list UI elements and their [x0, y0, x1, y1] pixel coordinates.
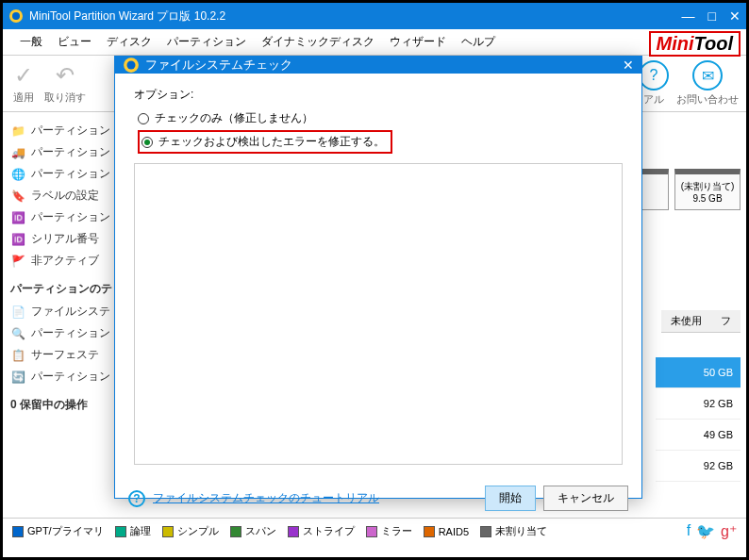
- dialog-title: ファイルシステムチェック: [145, 57, 623, 74]
- radio-icon: [138, 113, 149, 124]
- table-row[interactable]: 49 GB: [656, 420, 741, 451]
- menubar: 一般 ビュー ディスク パーティション ダイナミックディスク ウィザード ヘルプ…: [3, 29, 746, 56]
- legend-stripe: ストライプ: [288, 524, 355, 538]
- menu-wizard[interactable]: ウィザード: [382, 34, 454, 50]
- swatch-icon: [480, 526, 491, 537]
- reload-icon: 🔄: [10, 370, 25, 385]
- menu-help[interactable]: ヘルプ: [454, 34, 503, 50]
- social-icons: f 🐦 g⁺: [687, 522, 737, 540]
- manual-label: アル: [643, 92, 664, 107]
- legend-simple: シンプル: [162, 524, 219, 538]
- swatch-icon: [288, 526, 299, 537]
- legend-mirror: ミラー: [366, 524, 412, 538]
- swatch-icon: [115, 526, 126, 537]
- legend-unalloc: 未割り当て: [480, 524, 547, 538]
- menu-partition[interactable]: パーティション: [159, 34, 254, 50]
- menu-disk[interactable]: ディスク: [99, 34, 159, 50]
- dialog-icon: [123, 57, 140, 74]
- flag-icon: 🚩: [10, 254, 25, 269]
- filesystem-check-dialog: ファイルシステムチェック ✕ オプション: チェックのみ（修正しません） チェッ…: [114, 56, 642, 499]
- col-unused: 未使用: [661, 310, 711, 332]
- option-check-only[interactable]: チェックのみ（修正しません）: [138, 110, 623, 126]
- log-output: [134, 163, 623, 465]
- table-row[interactable]: 50 GB: [656, 357, 741, 388]
- menu-view[interactable]: ビュー: [50, 34, 99, 50]
- table-rows: 50 GB 92 GB 49 GB 92 GB: [656, 357, 741, 482]
- globe-icon: 🌐: [10, 167, 25, 182]
- app-icon: [8, 8, 24, 24]
- close-button[interactable]: ✕: [729, 8, 741, 24]
- dialog-footer: ? ファイルシステムチェックのチュートリアル 開始 キャンセル: [115, 478, 641, 522]
- manual-button[interactable]: ? アル: [639, 60, 669, 107]
- table-header: 未使用 フ: [661, 310, 741, 333]
- window-controls: — □ ✕: [682, 8, 741, 24]
- check-icon: ✓: [10, 62, 37, 89]
- folder-icon: 📁: [10, 124, 25, 139]
- minimize-button[interactable]: —: [682, 8, 695, 24]
- swatch-icon: [230, 526, 241, 537]
- svg-point-1: [12, 12, 20, 20]
- radio-icon: [141, 137, 153, 148]
- undo-label: 取り消す: [44, 91, 86, 105]
- mail-icon: ✉: [692, 60, 723, 91]
- swatch-icon: [366, 526, 377, 537]
- maximize-button[interactable]: □: [708, 8, 716, 24]
- move-icon: 🚚: [10, 145, 25, 160]
- menu-general[interactable]: 一般: [12, 34, 50, 50]
- window-title: MiniTool Partition Wizard プロ版 10.2.2: [29, 8, 682, 25]
- option-check-fix-label: チェックおよび検出したエラーを修正する。: [158, 134, 385, 150]
- table-row[interactable]: 92 GB: [656, 388, 741, 420]
- label-icon: 🔖: [10, 189, 25, 204]
- twitter-icon[interactable]: 🐦: [696, 522, 715, 540]
- col-fs: フ: [711, 310, 741, 332]
- id-icon: 🆔: [10, 232, 25, 247]
- logo: MiniTool: [649, 31, 741, 57]
- search-icon: 🔍: [10, 326, 25, 341]
- gplus-icon[interactable]: g⁺: [721, 522, 737, 540]
- file-icon: 📄: [10, 305, 25, 320]
- apply-label: 適用: [13, 91, 34, 105]
- options-label: オプション:: [134, 87, 623, 103]
- dialog-body: オプション: チェックのみ（修正しません） チェックおよび検出したエラーを修正す…: [115, 74, 641, 478]
- tutorial-link[interactable]: ファイルシステムチェックのチュートリアル: [153, 490, 379, 506]
- svg-point-3: [127, 61, 136, 70]
- disk-box-1[interactable]: (未割り当て)9.5 GB: [674, 169, 741, 210]
- legend-raid5: RAID5: [424, 526, 469, 537]
- undo-icon: ↶: [52, 62, 78, 89]
- legend-gpt: GPT/プライマリ: [12, 524, 104, 538]
- facebook-icon[interactable]: f: [687, 522, 691, 540]
- cancel-button[interactable]: キャンセル: [543, 486, 628, 511]
- legend-logical: 論理: [115, 524, 151, 538]
- swatch-icon: [12, 526, 24, 537]
- menu-dynamic-disk[interactable]: ダイナミックディスク: [254, 34, 382, 50]
- help-icon: ?: [639, 60, 669, 91]
- option-check-fix[interactable]: チェックおよび検出したエラーを修正する。: [138, 130, 623, 154]
- swatch-icon: [424, 526, 435, 537]
- undo-button[interactable]: ↶ 取り消す: [44, 62, 86, 105]
- help-icon[interactable]: ?: [128, 490, 145, 507]
- id-icon: 🆔: [10, 210, 25, 225]
- swatch-icon: [162, 526, 174, 537]
- contact-label: お問い合わせ: [676, 92, 739, 107]
- dialog-titlebar: ファイルシステムチェック ✕: [115, 57, 641, 74]
- dialog-close-button[interactable]: ✕: [623, 58, 634, 73]
- table-row[interactable]: 92 GB: [656, 451, 741, 482]
- clipboard-icon: 📋: [10, 348, 25, 363]
- contact-button[interactable]: ✉ お問い合わせ: [676, 60, 739, 107]
- option-check-only-label: チェックのみ（修正しません）: [155, 110, 313, 126]
- titlebar: MiniTool Partition Wizard プロ版 10.2.2 — □…: [3, 3, 746, 29]
- legend-span: スパン: [230, 524, 276, 538]
- apply-button[interactable]: ✓ 適用: [10, 62, 37, 105]
- start-button[interactable]: 開始: [485, 486, 536, 511]
